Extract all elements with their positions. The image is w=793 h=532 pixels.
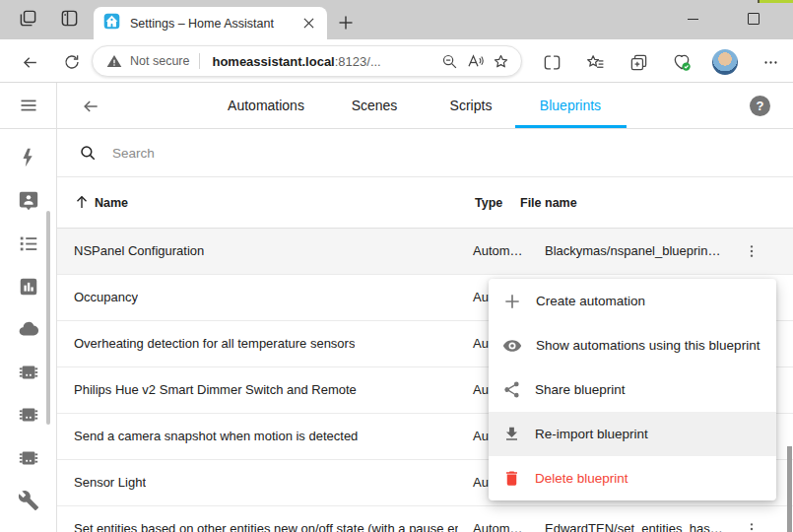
- maximize-icon: [748, 13, 760, 25]
- sidebar-item-developer-tools[interactable]: [17, 489, 40, 512]
- help-button[interactable]: ?: [750, 96, 770, 116]
- table-header: Name Type File name: [57, 177, 793, 229]
- page-scrollbar[interactable]: [786, 83, 793, 532]
- tab-scripts[interactable]: Scripts: [450, 83, 493, 128]
- plus-icon: [502, 292, 522, 311]
- sidebar-item-todo-lists[interactable]: [17, 232, 40, 255]
- column-header-type[interactable]: Type: [475, 177, 502, 229]
- menu-item-create-automation[interactable]: Create automation: [489, 279, 776, 323]
- sidebar-item-voice-assistants[interactable]: [17, 189, 40, 213]
- refresh-icon: [63, 53, 81, 71]
- refresh-button[interactable]: [59, 49, 85, 75]
- browser-essentials-button[interactable]: [669, 49, 694, 75]
- profile-avatar: [712, 49, 738, 75]
- tab-close-button[interactable]: [299, 15, 317, 33]
- table-row[interactable]: Set entities based on other entities new…: [57, 506, 793, 532]
- row-overflow-button[interactable]: [743, 520, 760, 532]
- kebab-icon: [744, 243, 760, 259]
- favorites-button[interactable]: [582, 49, 608, 75]
- row-name: Set entities based on other entities new…: [74, 506, 458, 532]
- search-icon: [79, 144, 97, 162]
- chip-icon: [18, 362, 39, 383]
- menu-item-show-automations[interactable]: Show automations using this blueprint: [489, 323, 776, 367]
- trash-icon: [502, 469, 521, 488]
- lightning-icon: [18, 147, 39, 168]
- new-tab-icon: [339, 16, 353, 30]
- browser-toolbar: Not secure homeassistant.local:8123/...: [0, 39, 793, 83]
- sidebar-item-history[interactable]: [17, 275, 40, 299]
- tab-activity-button[interactable]: [16, 8, 39, 32]
- url-host: homeassistant.local: [212, 54, 334, 69]
- row-file: EdwardTEN/set_entities_has…: [545, 506, 723, 532]
- new-tab-button[interactable]: [333, 10, 359, 35]
- blueprint-context-menu: Create automation Show automations using…: [489, 279, 776, 500]
- voice-assistant-icon: [18, 190, 39, 212]
- menu-item-delete-blueprint[interactable]: Delete blueprint: [489, 456, 776, 500]
- browser-tab-settings-home-assistant[interactable]: Settings – Home Assistant: [94, 7, 327, 39]
- row-name: NSPanel Configuration: [74, 229, 204, 274]
- kebab-icon: [744, 521, 760, 532]
- column-header-file[interactable]: File name: [520, 177, 577, 229]
- menu-item-share-blueprint[interactable]: Share blueprint: [489, 367, 776, 412]
- read-aloud-icon: [466, 52, 484, 70]
- menu-item-label: Delete blueprint: [535, 471, 628, 486]
- favorite-star-icon: [493, 53, 509, 70]
- menu-item-label: Re-import blueprint: [535, 427, 648, 441]
- tab-blueprints[interactable]: Blueprints: [540, 83, 601, 128]
- ha-header: Automations Scenes Scripts Blueprints ?: [57, 83, 793, 129]
- url-suffix: :8123/...: [335, 54, 381, 69]
- profile-button[interactable]: [712, 49, 738, 75]
- sidebar-menu-button[interactable]: [0, 83, 56, 129]
- menu-item-label: Share blueprint: [535, 382, 626, 397]
- row-type: Autom…: [473, 229, 523, 274]
- tab-activity-icon: [19, 9, 37, 32]
- sidebar-item-cloud[interactable]: [17, 317, 40, 341]
- share-icon: [502, 380, 521, 399]
- wrench-icon: [18, 490, 39, 511]
- sidebar-item-automations[interactable]: [17, 146, 40, 169]
- ha-back-button[interactable]: [79, 95, 102, 118]
- vertical-tabs-icon: [60, 9, 79, 32]
- window-maximize-button[interactable]: [739, 6, 768, 32]
- row-name: Sensor Light: [74, 460, 146, 505]
- collections-icon: [629, 53, 648, 72]
- add-favorite-button[interactable]: [488, 48, 513, 74]
- sort-ascending-icon[interactable]: [73, 193, 91, 211]
- history-chart-icon: [18, 276, 39, 298]
- menu-item-label: Create automation: [536, 294, 645, 308]
- sidebar-scrollbar[interactable]: [46, 211, 50, 425]
- vertical-tabs-button[interactable]: [57, 8, 81, 32]
- window-minimize-button[interactable]: [678, 6, 707, 32]
- table-row[interactable]: NSPanel Configuration Autom… Blackymas/n…: [57, 229, 793, 275]
- warning-icon: [106, 53, 122, 69]
- download-icon: [502, 425, 521, 443]
- split-screen-button[interactable]: [539, 49, 564, 75]
- zoom-out-button[interactable]: [436, 48, 462, 74]
- tab-automations[interactable]: Automations: [228, 83, 304, 128]
- eye-icon: [502, 336, 522, 356]
- row-overflow-button[interactable]: [743, 242, 760, 260]
- row-name: Occupancy: [74, 275, 138, 320]
- back-button[interactable]: [17, 49, 42, 75]
- close-icon: [303, 18, 314, 29]
- row-name: Philips Hue v2 Smart Dimmer Switch and R…: [74, 367, 357, 413]
- settings-menu-button[interactable]: [758, 49, 783, 75]
- search-input[interactable]: [110, 145, 508, 162]
- zoom-out-icon: [441, 53, 458, 70]
- sidebar-item-device-2[interactable]: [17, 403, 40, 427]
- search-bar: [57, 129, 793, 177]
- row-type: Autom…: [473, 506, 523, 532]
- column-header-name[interactable]: Name: [95, 177, 128, 229]
- scrollbar-thumb[interactable]: [787, 446, 792, 532]
- chip-icon: [18, 404, 39, 426]
- browser-window: Settings – Home Assistant Not secure: [0, 0, 793, 532]
- collections-button[interactable]: [626, 49, 651, 75]
- menu-item-reimport-blueprint[interactable]: Re-import blueprint: [489, 412, 776, 456]
- sidebar-item-device-1[interactable]: [17, 361, 40, 384]
- sidebar-item-device-3[interactable]: [17, 446, 40, 470]
- home-assistant-logo: [103, 13, 120, 33]
- tab-scenes[interactable]: Scenes: [352, 83, 398, 128]
- row-file: Blackymas/nspanel_blueprin…: [545, 229, 720, 274]
- read-aloud-button[interactable]: [462, 48, 488, 74]
- address-bar[interactable]: Not secure homeassistant.local:8123/...: [92, 45, 522, 77]
